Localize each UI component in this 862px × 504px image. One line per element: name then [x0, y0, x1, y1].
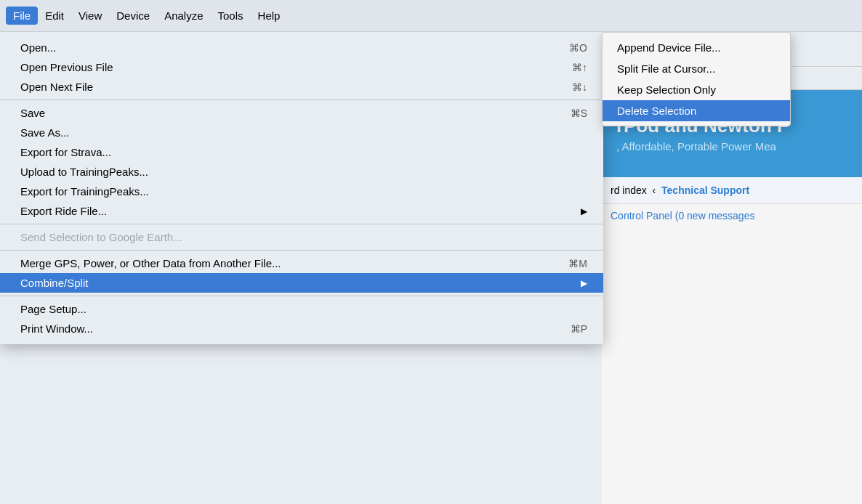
divider-2 — [0, 224, 603, 224]
submenu-item-keep[interactable]: Keep Selection Only — [603, 79, 790, 100]
menu-item-open-previous-shortcut: ⌘↑ — [572, 62, 587, 73]
menu-help[interactable]: Help — [251, 7, 288, 25]
menu-item-print-shortcut: ⌘P — [571, 323, 587, 335]
menu-item-send-google-earth[interactable]: Send Selection to Google Earth... — [0, 227, 603, 247]
menu-item-combine-split[interactable]: Combine/Split ▶ — [0, 273, 603, 293]
menu-item-send-google-earth-label: Send Selection to Google Earth... — [20, 231, 182, 243]
menu-item-open-previous[interactable]: Open Previous File ⌘↑ — [0, 57, 603, 77]
menu-item-open-next-label: Open Next File — [20, 81, 93, 93]
panel-link[interactable]: Control Panel (0 new messages — [611, 210, 754, 221]
menu-edit[interactable]: Edit — [38, 7, 71, 25]
breadcrumb-prefix: rd index — [611, 184, 647, 196]
menu-item-save-label: Save — [20, 107, 45, 119]
menu-file[interactable]: File — [6, 7, 38, 25]
menu-item-open-next[interactable]: Open Next File ⌘↓ — [0, 77, 603, 97]
menu-item-merge-label: Merge GPS, Power, or Other Data from Ano… — [20, 257, 281, 269]
menu-item-export-trainingpeaks-label: Export for TrainingPeaks... — [20, 185, 149, 198]
menu-item-print[interactable]: Print Window... ⌘P — [0, 319, 603, 338]
combine-split-submenu: Append Device File... Split File at Curs… — [602, 32, 791, 126]
browser-breadcrumb: rd index ‹ Technical Support — [602, 177, 862, 204]
breadcrumb-link[interactable]: Technical Support — [661, 184, 749, 196]
divider-3 — [0, 250, 603, 251]
submenu-arrow-export: ▶ — [581, 206, 587, 216]
menu-item-merge-shortcut: ⌘M — [568, 258, 587, 269]
menubar: File Edit View Device Analyze Tools Help — [0, 0, 862, 32]
menu-item-export-ride-label: Export Ride File... — [20, 205, 107, 217]
menu-item-open-label: Open... — [20, 41, 56, 54]
menu-view[interactable]: View — [71, 7, 109, 25]
menu-item-export-strava[interactable]: Export for Strava... — [0, 142, 603, 162]
menu-item-upload-trainingpeaks[interactable]: Upload to TrainingPeaks... — [0, 162, 603, 182]
menu-analyze[interactable]: Analyze — [157, 7, 210, 25]
submenu-item-split[interactable]: Split File at Cursor... — [603, 58, 790, 79]
browser-panel-text: Control Panel (0 new messages — [602, 204, 862, 227]
menu-item-print-label: Print Window... — [20, 322, 93, 335]
menu-item-open-previous-label: Open Previous File — [20, 61, 113, 73]
menu-item-combine-split-label: Combine/Split — [20, 277, 88, 289]
divider-4 — [0, 296, 603, 296]
menu-item-save[interactable]: Save ⌘S — [0, 103, 603, 123]
menu-item-page-setup[interactable]: Page Setup... — [0, 299, 603, 319]
browser-hero-subtitle: , Affordable, Portable Power Mea — [616, 140, 847, 153]
submenu-item-append[interactable]: Append Device File... — [603, 37, 790, 58]
menu-device[interactable]: Device — [109, 7, 157, 25]
submenu-item-delete[interactable]: Delete Selection — [603, 100, 790, 121]
file-menu: Open... ⌘O Open Previous File ⌘↑ Open Ne… — [0, 32, 603, 344]
menu-item-merge[interactable]: Merge GPS, Power, or Other Data from Ano… — [0, 253, 603, 273]
menu-item-save-shortcut: ⌘S — [571, 107, 587, 119]
menu-item-save-as[interactable]: Save As... — [0, 123, 603, 142]
menu-item-page-setup-label: Page Setup... — [20, 303, 86, 315]
divider-1 — [0, 99, 603, 100]
menu-tools[interactable]: Tools — [211, 7, 251, 25]
menu-item-save-as-label: Save As... — [20, 126, 70, 139]
menu-item-export-strava-label: Export for Strava... — [20, 146, 111, 158]
menu-item-open-next-shortcut: ⌘↓ — [572, 81, 587, 93]
menu-item-open-shortcut: ⌘O — [569, 42, 587, 54]
menu-item-upload-trainingpeaks-label: Upload to TrainingPeaks... — [20, 166, 148, 178]
menu-item-open[interactable]: Open... ⌘O — [0, 38, 603, 57]
submenu-arrow-combine: ▶ — [581, 278, 587, 288]
menu-item-export-ride[interactable]: Export Ride File... ▶ — [0, 201, 603, 221]
menu-item-export-trainingpeaks[interactable]: Export for TrainingPeaks... — [0, 182, 603, 201]
